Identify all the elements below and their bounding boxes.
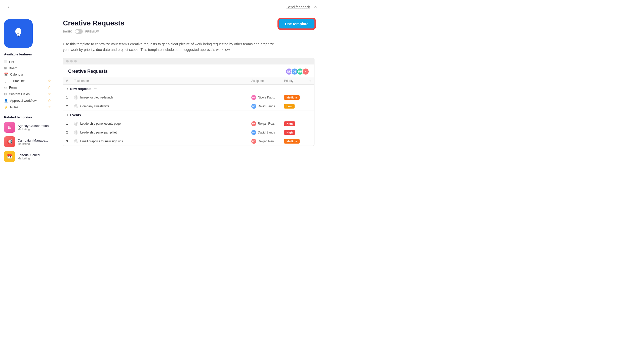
feature-item-calendar: 📅 Calendar xyxy=(4,71,51,78)
close-button[interactable]: × xyxy=(314,4,317,10)
assignee-name: Nicole Kap... xyxy=(258,96,275,99)
related-text-campaign: Campaign Manage... Marketing xyxy=(18,139,48,145)
feature-label-rules: Rules xyxy=(10,105,18,109)
timeline-premium-icon: ☆ xyxy=(48,79,51,83)
task-check-circle[interactable] xyxy=(74,104,78,108)
feature-label-timeline: Timeline xyxy=(13,79,25,83)
th-add[interactable]: + xyxy=(306,77,314,84)
related-item-editorial[interactable]: 📅 Editorial Sched... Marketing xyxy=(4,151,51,162)
related-name-editorial: Editorial Sched... xyxy=(18,153,42,157)
custom-fields-icon: ⊟ xyxy=(4,92,7,96)
assignee-avatar: RR xyxy=(251,121,256,126)
group-arrow-events: ▼ xyxy=(66,114,69,116)
task-assignee: NK Nicole Kap... xyxy=(248,93,281,102)
feature-list: ☰ List ⊞ Board 📅 Calendar ⋮⋮ Time xyxy=(4,59,51,110)
group-dots-events: ··· xyxy=(84,113,87,117)
table-row: 3 Email graphics for new sign ups xyxy=(63,137,314,146)
task-name: Image for blog re-launch xyxy=(71,93,248,102)
task-add xyxy=(306,137,314,146)
table-row: 2 Leadership panel pamphlet xyxy=(63,128,314,137)
assignee-name: David Sands xyxy=(258,131,275,134)
approval-premium-icon: ☆ xyxy=(48,98,51,103)
task-check-circle[interactable] xyxy=(74,130,78,134)
task-name-text: Company sweatshirts xyxy=(80,105,109,108)
group-label-new-requests: New requests xyxy=(70,87,92,91)
calendar-icon: 📅 xyxy=(4,73,8,76)
table-row: 1 Image for blog re-launch xyxy=(63,93,314,102)
rules-icon: ⚡ xyxy=(4,105,8,109)
priority-badge: High xyxy=(284,121,295,126)
premium-label: PREMIUM xyxy=(85,30,99,33)
related-thumb-campaign: 📢 xyxy=(4,136,15,147)
svg-point-0 xyxy=(15,28,21,35)
feature-item-rules: ⚡ Rules ☆ xyxy=(4,104,51,110)
use-template-button[interactable]: Use template xyxy=(279,19,314,28)
task-priority: Medium xyxy=(281,137,306,146)
use-template-wrap: Use template xyxy=(279,19,314,28)
timeline-icon: ⋮⋮ xyxy=(4,79,11,83)
related-cat-campaign: Marketing xyxy=(18,142,48,145)
feature-item-board: ⊞ Board xyxy=(4,65,51,71)
table-body: ▼ New requests ··· 1 xyxy=(63,84,314,146)
feature-label-board: Board xyxy=(9,66,18,70)
top-bar-left: ← xyxy=(5,3,14,11)
preview-title: Creative Requests xyxy=(68,69,108,74)
task-priority: High xyxy=(281,128,306,137)
custom-fields-premium-icon: ☆ xyxy=(48,92,51,96)
related-name-agency: Agency Collaboration xyxy=(18,124,49,128)
task-name: Leadership panel events page xyxy=(71,119,248,128)
task-check-circle[interactable] xyxy=(74,95,78,99)
svg-rect-3 xyxy=(18,36,19,37)
related-item-agency[interactable]: ⊞ Agency Collaboration Marketing xyxy=(4,122,51,133)
content-title-area: Creative Requests BASIC PREMIUM xyxy=(63,19,274,37)
avatar-group: NK DS RR + xyxy=(286,68,309,75)
task-num: 2 xyxy=(63,102,71,111)
task-num: 3 xyxy=(63,137,71,146)
assignee-name: David Sands xyxy=(258,105,275,108)
lightbulb-icon xyxy=(11,26,25,41)
assignee-avatar: NK xyxy=(251,95,256,100)
task-priority: Low xyxy=(281,102,306,111)
related-thumb-agency: ⊞ xyxy=(4,122,15,133)
task-priority: High xyxy=(281,119,306,128)
task-check-circle[interactable] xyxy=(74,139,78,143)
feature-item-approval: 👤 Approval workflow ☆ xyxy=(4,97,51,104)
table-row: 1 Leadership panel events page xyxy=(63,119,314,128)
preview-header-row: Creative Requests NK DS RR + xyxy=(63,64,314,77)
preview-window: Creative Requests NK DS RR + # Task name… xyxy=(63,58,314,146)
th-assignee: Assignee xyxy=(248,77,281,84)
template-description: Use this template to centralize your tea… xyxy=(63,41,279,53)
tier-toggle-switch[interactable] xyxy=(75,29,83,34)
feature-item-list: ☰ List xyxy=(4,59,51,65)
task-add xyxy=(306,119,314,128)
send-feedback-link[interactable]: Send feedback xyxy=(287,5,310,9)
task-num: 1 xyxy=(63,93,71,102)
task-check-circle[interactable] xyxy=(74,122,78,126)
assignee-name: Reigan Rea... xyxy=(258,122,276,125)
task-name: Email graphics for new sign ups xyxy=(71,137,248,146)
back-button[interactable]: ← xyxy=(5,3,14,11)
related-item-campaign[interactable]: 📢 Campaign Manage... Marketing xyxy=(4,136,51,147)
task-add xyxy=(306,128,314,137)
feature-label-calendar: Calendar xyxy=(10,73,23,76)
group-arrow-new-requests: ▼ xyxy=(66,87,69,90)
priority-badge: High xyxy=(284,130,295,135)
rules-premium-icon: ☆ xyxy=(48,105,51,109)
group-row-events: ▼ Events ··· xyxy=(63,111,314,119)
task-num: 1 xyxy=(63,119,71,128)
preview-titlebar xyxy=(63,58,314,64)
content-header: Creative Requests BASIC PREMIUM Use temp… xyxy=(63,19,314,37)
related-templates-title: Related templates xyxy=(4,115,51,119)
top-bar: ← Send feedback × xyxy=(0,0,322,14)
preview-body: Creative Requests NK DS RR + # Task name… xyxy=(63,64,314,146)
group-label-events: Events xyxy=(70,113,81,117)
content-area: Creative Requests BASIC PREMIUM Use temp… xyxy=(55,14,322,170)
feature-label-custom-fields: Custom Fields xyxy=(9,92,30,96)
avatar-4: + xyxy=(302,68,309,75)
related-cat-editorial: Marketing xyxy=(18,157,42,160)
basic-label: BASIC xyxy=(63,30,72,33)
assignee-avatar: DS xyxy=(251,104,256,109)
table-row: 2 Company sweatshirts xyxy=(63,102,314,111)
task-num: 2 xyxy=(63,128,71,137)
related-list: ⊞ Agency Collaboration Marketing 📢 Campa… xyxy=(4,122,51,162)
